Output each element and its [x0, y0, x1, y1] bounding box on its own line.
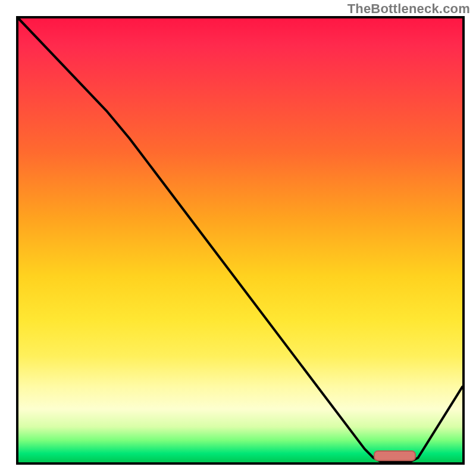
bottleneck-curve — [18, 18, 462, 462]
chart-plot-area — [16, 16, 465, 465]
optimal-range-marker — [374, 450, 416, 461]
watermark-text: TheBottleneck.com — [347, 1, 470, 17]
